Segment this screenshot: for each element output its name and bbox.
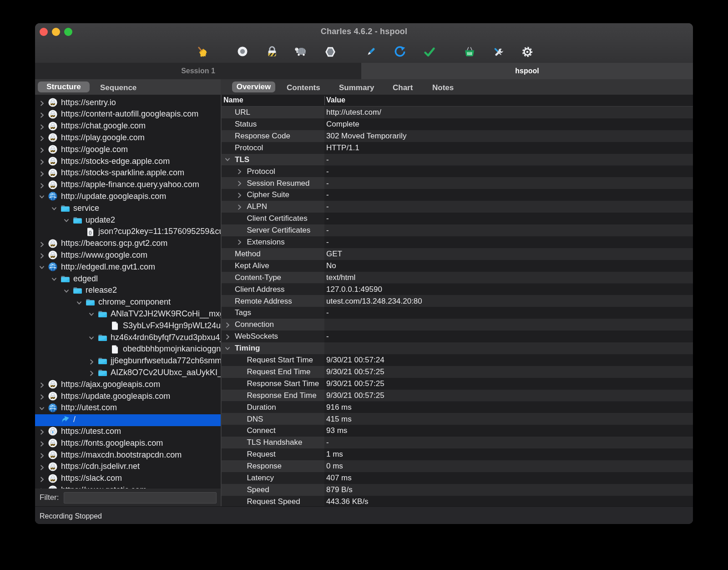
svg-text:{}: {}	[89, 230, 92, 235]
